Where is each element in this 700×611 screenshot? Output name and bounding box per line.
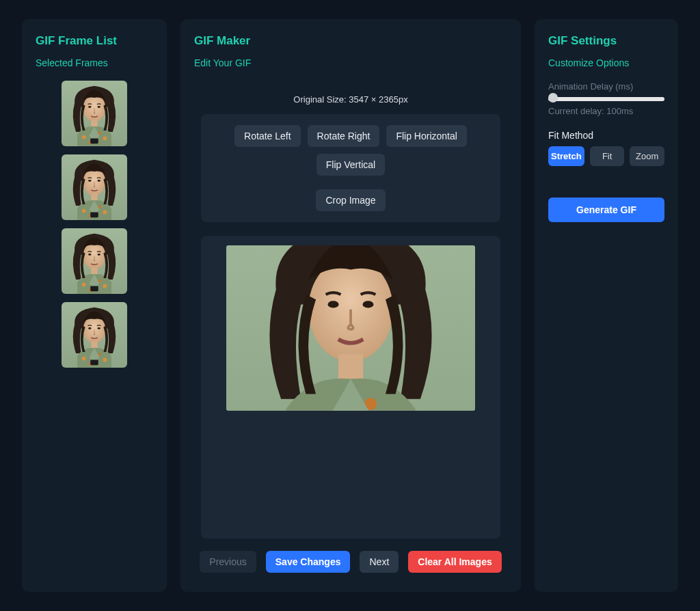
frame-thumbnail[interactable] — [62, 228, 127, 294]
fit-method-setting: Fit Method Stretch Fit Zoom — [548, 130, 664, 166]
frame-thumbnail[interactable] — [62, 154, 127, 220]
original-size-label: Original Size: 3547 × 2365px — [194, 94, 507, 105]
fit-method-label: Fit Method — [548, 130, 664, 141]
frame-thumbnail[interactable] — [62, 81, 127, 146]
next-button[interactable]: Next — [360, 551, 399, 573]
bottom-actions: Previous Save Changes Next Clear All Ima… — [194, 551, 507, 577]
crop-image-button[interactable]: Crop Image — [316, 189, 385, 211]
rotate-right-button[interactable]: Rotate Right — [308, 125, 380, 147]
settings-subtitle: Customize Options — [548, 57, 664, 68]
fit-option-zoom[interactable]: Zoom — [630, 146, 664, 166]
frame-list-panel: GIF Frame List Selected Frames — [22, 19, 167, 592]
settings-panel: GIF Settings Customize Options Animation… — [535, 19, 678, 592]
frame-list — [36, 81, 153, 368]
settings-title: GIF Settings — [548, 34, 664, 48]
rotate-left-button[interactable]: Rotate Left — [234, 125, 301, 147]
generate-gif-button[interactable]: Generate GIF — [548, 198, 664, 222]
edit-toolbar: Rotate Left Rotate Right Flip Horizontal… — [201, 114, 500, 222]
save-changes-button[interactable]: Save Changes — [266, 551, 351, 573]
flip-vertical-button[interactable]: Flip Vertical — [317, 154, 385, 176]
editor-subtitle: Edit Your GIF — [194, 57, 507, 68]
preview-area — [201, 236, 500, 539]
current-delay-text: Current delay: 100ms — [548, 106, 633, 116]
editor-panel: GIF Maker Edit Your GIF Original Size: 3… — [180, 19, 521, 592]
previous-button[interactable]: Previous — [200, 551, 256, 573]
delay-setting: Animation Delay (ms) Current delay: 100m… — [548, 81, 664, 116]
frame-list-subtitle: Selected Frames — [36, 57, 153, 68]
editor-title: GIF Maker — [194, 34, 507, 48]
fit-option-stretch[interactable]: Stretch — [548, 146, 584, 166]
delay-label: Animation Delay (ms) — [548, 81, 633, 92]
frame-list-title: GIF Frame List — [36, 34, 153, 48]
clear-all-button[interactable]: Clear All Images — [408, 551, 501, 573]
fit-option-fit[interactable]: Fit — [590, 146, 625, 166]
flip-horizontal-button[interactable]: Flip Horizontal — [386, 125, 466, 147]
delay-slider[interactable] — [548, 97, 664, 101]
preview-image — [226, 245, 475, 411]
frame-thumbnail[interactable] — [62, 302, 127, 368]
